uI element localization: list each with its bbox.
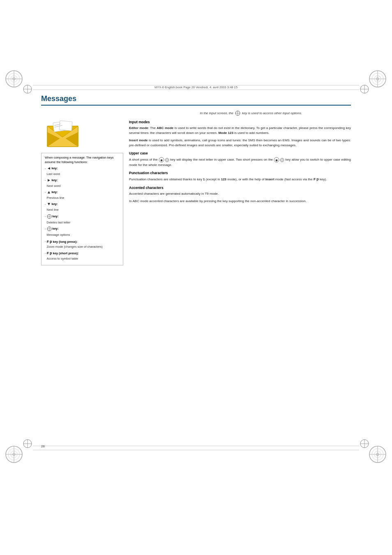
italic-note-text: In the input screen, the [200,111,233,115]
footer-bottom-line [33,450,359,450]
page-title: Messages [41,94,351,106]
section-title-input-modes: Input modes [129,120,351,124]
header-text: MYX-6 English.book Page 26 Vendredi, 4. … [0,85,392,90]
right-arrow-icon [47,178,51,182]
circle-key-2-icon [47,226,52,231]
nav-item-message-options: - key: Message options [45,226,120,237]
nav-item-next-line: - key: Next line [45,202,120,212]
hash-key-1-icon: # p [47,239,52,245]
section-title-punctuation: Punctuation characters [129,171,351,175]
right-column: Input modes Editor mode: The ABC mode is… [129,120,351,206]
star-key-icon-2: ✱ [274,157,279,163]
nav-item-zoom: - # p key (long press): Zoom mode (chang… [45,239,120,249]
footer-top-line [33,446,359,446]
star-key-icon: ✱ [159,157,164,163]
svg-text:✱: ✱ [275,159,278,162]
nav-item-delete: - key: Deletes last letter [45,214,120,225]
accented-text-2: In ABC mode accented characters are avai… [129,199,351,204]
menu-key-icon [235,111,240,116]
deco-corner-br-outer [369,445,387,465]
envelope-image [45,120,82,149]
punctuation-text: Punctuation characters are obtained than… [129,177,351,182]
upper-case-text: A short press of the ✱ key will display … [129,157,351,168]
nav-box: When composing a message: The navigation… [41,153,123,265]
nav-key-icon-1 [165,158,169,162]
nav-box-intro: When composing a message: The navigation… [45,156,120,164]
up-arrow-icon [47,190,51,194]
svg-marker-48 [48,179,50,182]
nav-key-icon-2 [280,158,284,162]
down-arrow-icon [47,202,51,206]
left-column: When composing a message: The navigation… [41,120,123,265]
two-column-layout: When composing a message: The navigation… [41,120,351,265]
hash-key-2-icon: # p [47,251,52,256]
nav-item-symbol-table: - # p key (short press): Access to symbo… [45,251,120,261]
svg-marker-49 [48,191,50,193]
deco-corner-bl-inner [23,439,32,449]
svg-marker-47 [48,167,50,170]
deco-corner-br-inner [360,439,369,449]
svg-marker-50 [48,203,50,205]
left-arrow-icon [47,166,51,170]
section-title-upper-case: Upper case [129,151,351,155]
italic-note-row: In the input screen, the key is used to … [41,111,351,116]
page-number: 26 [41,444,45,448]
nav-item-last-word: - key: Last word [45,166,120,176]
content-area: Messages In the input screen, the key is… [41,94,351,265]
editor-mode-text: Editor mode: The ABC mode is used to wri… [129,126,351,136]
nav-item-next-word: - key: Next word [45,178,120,188]
header-bottom-line [33,90,359,90]
insert-mode-text: Insert mode is used to add symbols, anim… [129,138,351,148]
svg-text:✱: ✱ [160,159,163,162]
deco-corner-bl-outer [5,445,23,465]
nav-item-previous-line: - key: Previous line [45,190,120,200]
section-title-accented: Accented characters [129,186,351,190]
accented-text-1: Accented characters are generated automa… [129,191,351,196]
circle-key-1-icon [47,214,52,219]
italic-note-text2: key is used to access other input option… [242,111,302,115]
page-container: MYX-6 English.book Page 26 Vendredi, 4. … [0,0,392,555]
hash-key-inline-icon: # p [314,177,319,182]
